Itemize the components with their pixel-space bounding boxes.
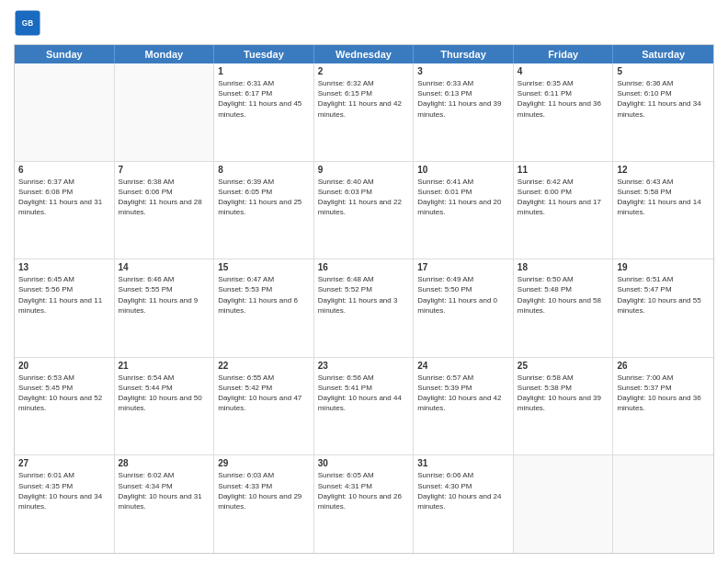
calendar-day: 24Sunrise: 6:57 AMSunset: 5:39 PMDayligh… — [414, 358, 514, 455]
day-info: Sunrise: 6:57 AMSunset: 5:39 PMDaylight:… — [417, 373, 509, 414]
day-number: 28 — [119, 458, 210, 468]
day-info: Sunrise: 6:49 AMSunset: 5:50 PMDaylight:… — [417, 274, 509, 316]
day-info: Sunrise: 6:45 AMSunset: 5:56 PMDaylight:… — [18, 274, 110, 316]
day-info: Sunrise: 6:51 AMSunset: 5:47 PMDaylight:… — [617, 274, 710, 316]
day-number: 26 — [617, 361, 710, 371]
calendar-day: 31Sunrise: 6:06 AMSunset: 4:30 PMDayligh… — [414, 455, 514, 553]
day-number: 6 — [18, 165, 110, 175]
day-info: Sunrise: 6:05 AMSunset: 4:31 PMDaylight:… — [318, 470, 410, 511]
day-info: Sunrise: 6:36 AMSunset: 6:10 PMDaylight:… — [617, 78, 710, 120]
calendar-row: 13Sunrise: 6:45 AMSunset: 5:56 PMDayligh… — [15, 259, 713, 357]
calendar-day: 6Sunrise: 6:37 AMSunset: 6:08 PMDaylight… — [15, 162, 115, 259]
day-number: 24 — [417, 361, 509, 371]
day-number: 9 — [318, 165, 410, 175]
calendar-row: 20Sunrise: 6:53 AMSunset: 5:45 PMDayligh… — [15, 357, 713, 455]
calendar-day: 15Sunrise: 6:47 AMSunset: 5:53 PMDayligh… — [214, 259, 314, 357]
weekday-header: Wednesday — [314, 45, 415, 63]
header: GB — [14, 9, 714, 37]
day-info: Sunrise: 6:46 AMSunset: 5:55 PMDaylight:… — [119, 274, 210, 316]
calendar-day: 11Sunrise: 6:42 AMSunset: 6:00 PMDayligh… — [514, 162, 614, 259]
day-number: 5 — [617, 66, 710, 76]
day-number: 21 — [119, 361, 210, 371]
calendar-row: 6Sunrise: 6:37 AMSunset: 6:08 PMDaylight… — [15, 161, 713, 259]
calendar-day: 10Sunrise: 6:41 AMSunset: 6:01 PMDayligh… — [414, 162, 514, 259]
calendar-day: 5Sunrise: 6:36 AMSunset: 6:10 PMDaylight… — [613, 63, 713, 161]
day-number: 13 — [18, 262, 110, 272]
weekday-header: Sunday — [15, 45, 115, 63]
weekday-header: Thursday — [414, 45, 514, 63]
day-info: Sunrise: 6:33 AMSunset: 6:13 PMDaylight:… — [417, 78, 509, 120]
day-number: 25 — [518, 361, 609, 371]
calendar-day: 9Sunrise: 6:40 AMSunset: 6:03 PMDaylight… — [314, 162, 415, 259]
day-info: Sunrise: 6:38 AMSunset: 6:06 PMDaylight:… — [119, 177, 210, 218]
day-number: 10 — [417, 165, 509, 175]
day-number: 11 — [518, 165, 609, 175]
day-info: Sunrise: 6:40 AMSunset: 6:03 PMDaylight:… — [318, 177, 410, 218]
calendar-day: 22Sunrise: 6:55 AMSunset: 5:42 PMDayligh… — [214, 358, 314, 455]
day-number: 16 — [318, 262, 410, 272]
calendar-body: 1Sunrise: 6:31 AMSunset: 6:17 PMDaylight… — [15, 63, 713, 553]
calendar-empty — [115, 63, 215, 161]
calendar-day: 1Sunrise: 6:31 AMSunset: 6:17 PMDaylight… — [214, 63, 314, 161]
day-info: Sunrise: 6:54 AMSunset: 5:44 PMDaylight:… — [119, 373, 210, 414]
calendar-day: 2Sunrise: 6:32 AMSunset: 6:15 PMDaylight… — [314, 63, 415, 161]
calendar-day: 26Sunrise: 7:00 AMSunset: 5:37 PMDayligh… — [613, 358, 713, 455]
day-number: 23 — [318, 361, 410, 371]
calendar-day: 18Sunrise: 6:50 AMSunset: 5:48 PMDayligh… — [514, 259, 614, 357]
day-info: Sunrise: 7:00 AMSunset: 5:37 PMDaylight:… — [617, 373, 710, 414]
day-info: Sunrise: 6:48 AMSunset: 5:52 PMDaylight:… — [318, 274, 410, 316]
calendar-row: 1Sunrise: 6:31 AMSunset: 6:17 PMDaylight… — [15, 63, 713, 161]
day-info: Sunrise: 6:02 AMSunset: 4:34 PMDaylight:… — [119, 470, 210, 511]
calendar-day: 13Sunrise: 6:45 AMSunset: 5:56 PMDayligh… — [15, 259, 115, 357]
day-info: Sunrise: 6:41 AMSunset: 6:01 PMDaylight:… — [417, 177, 509, 218]
weekday-header: Friday — [514, 45, 614, 63]
page: GB SundayMondayTuesdayWednesdayThursdayF… — [0, 0, 728, 563]
day-info: Sunrise: 6:50 AMSunset: 5:48 PMDaylight:… — [518, 274, 609, 316]
day-info: Sunrise: 6:06 AMSunset: 4:30 PMDaylight:… — [417, 470, 509, 511]
calendar-empty — [15, 63, 115, 161]
day-info: Sunrise: 6:43 AMSunset: 5:58 PMDaylight:… — [617, 177, 710, 218]
day-info: Sunrise: 6:58 AMSunset: 5:38 PMDaylight:… — [518, 373, 609, 414]
calendar-day: 21Sunrise: 6:54 AMSunset: 5:44 PMDayligh… — [115, 358, 215, 455]
day-info: Sunrise: 6:35 AMSunset: 6:11 PMDaylight:… — [518, 78, 609, 120]
calendar-header: SundayMondayTuesdayWednesdayThursdayFrid… — [15, 45, 713, 63]
day-info: Sunrise: 6:56 AMSunset: 5:41 PMDaylight:… — [318, 373, 410, 414]
day-number: 22 — [218, 361, 310, 371]
calendar-day: 14Sunrise: 6:46 AMSunset: 5:55 PMDayligh… — [115, 259, 215, 357]
calendar-day: 19Sunrise: 6:51 AMSunset: 5:47 PMDayligh… — [613, 259, 713, 357]
calendar-day: 4Sunrise: 6:35 AMSunset: 6:11 PMDaylight… — [514, 63, 614, 161]
calendar-day: 30Sunrise: 6:05 AMSunset: 4:31 PMDayligh… — [314, 455, 415, 553]
day-info: Sunrise: 6:39 AMSunset: 6:05 PMDaylight:… — [218, 177, 310, 218]
calendar-day: 8Sunrise: 6:39 AMSunset: 6:05 PMDaylight… — [214, 162, 314, 259]
day-number: 2 — [318, 66, 410, 76]
weekday-header: Tuesday — [214, 45, 314, 63]
day-info: Sunrise: 6:31 AMSunset: 6:17 PMDaylight:… — [218, 78, 310, 120]
day-info: Sunrise: 6:47 AMSunset: 5:53 PMDaylight:… — [218, 274, 310, 316]
svg-text:GB: GB — [22, 19, 33, 28]
day-number: 3 — [417, 66, 509, 76]
calendar-empty — [514, 455, 614, 553]
day-number: 7 — [119, 165, 210, 175]
day-number: 12 — [617, 165, 710, 175]
weekday-header: Saturday — [613, 45, 713, 63]
day-number: 18 — [518, 262, 609, 272]
day-number: 4 — [518, 66, 609, 76]
day-number: 31 — [417, 458, 509, 468]
day-number: 29 — [218, 458, 310, 468]
calendar-empty — [613, 455, 713, 553]
calendar-row: 27Sunrise: 6:01 AMSunset: 4:35 PMDayligh… — [15, 454, 713, 553]
day-info: Sunrise: 6:01 AMSunset: 4:35 PMDaylight:… — [18, 470, 110, 511]
day-info: Sunrise: 6:37 AMSunset: 6:08 PMDaylight:… — [18, 177, 110, 218]
day-number: 19 — [617, 262, 710, 272]
day-number: 27 — [18, 458, 110, 468]
day-number: 30 — [318, 458, 410, 468]
calendar-day: 17Sunrise: 6:49 AMSunset: 5:50 PMDayligh… — [414, 259, 514, 357]
day-info: Sunrise: 6:53 AMSunset: 5:45 PMDaylight:… — [18, 373, 110, 414]
calendar-day: 20Sunrise: 6:53 AMSunset: 5:45 PMDayligh… — [15, 358, 115, 455]
logo-icon: GB — [14, 9, 41, 37]
day-number: 1 — [218, 66, 310, 76]
calendar-day: 3Sunrise: 6:33 AMSunset: 6:13 PMDaylight… — [414, 63, 514, 161]
day-number: 8 — [218, 165, 310, 175]
calendar-day: 27Sunrise: 6:01 AMSunset: 4:35 PMDayligh… — [15, 455, 115, 553]
day-info: Sunrise: 6:03 AMSunset: 4:33 PMDaylight:… — [218, 470, 310, 511]
